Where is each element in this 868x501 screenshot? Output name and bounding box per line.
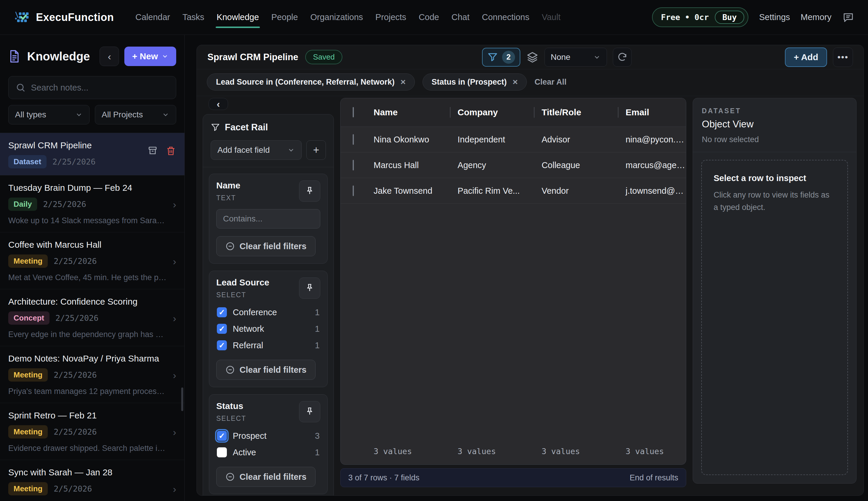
nav-item-organizations[interactable]: Organizations: [304, 0, 369, 34]
archive-icon[interactable]: [147, 145, 158, 156]
note-item-sync-with-sarah[interactable]: Sync with Sarah — Jan 28 Meeting 2/5/202…: [0, 460, 185, 501]
value-count: 3 values: [618, 447, 686, 456]
note-item-demo-notes-novapay[interactable]: Demo Notes: NovaPay / Priya Sharma Meeti…: [0, 346, 185, 403]
column-header-email[interactable]: Email: [618, 107, 686, 117]
document-icon: [8, 50, 21, 63]
pin-icon: [305, 283, 315, 293]
clear-field-filters-button[interactable]: Clear field filters: [216, 236, 316, 256]
chevron-right-icon: ›: [173, 484, 176, 494]
sidebar-collapse-button[interactable]: ‹: [100, 46, 119, 66]
nav-item-people[interactable]: People: [265, 0, 304, 34]
column-header-name[interactable]: Name: [366, 107, 450, 117]
nav-item-code[interactable]: Code: [413, 0, 445, 34]
nav-item-tasks[interactable]: Tasks: [176, 0, 210, 34]
sidebar-scrollbar[interactable]: [181, 387, 183, 411]
filter-chip-status[interactable]: Status in (Prospect) ×: [422, 73, 527, 90]
new-note-button[interactable]: + New: [124, 46, 176, 66]
dataset-title: Sprawl CRM Pipeline: [207, 52, 298, 63]
object-view-panel: DATASET Object View No row selected Sele…: [693, 98, 857, 483]
checkbox-checked-focused[interactable]: ✓: [217, 431, 227, 441]
facet-option-prospect[interactable]: ✓ Prospect 3: [216, 429, 320, 443]
minus-circle-icon: [226, 472, 235, 481]
note-date: 2/25/2026: [54, 257, 97, 266]
end-of-results-label: End of results: [630, 473, 678, 482]
note-type-badge: Meeting: [8, 425, 48, 438]
pin-facet-button[interactable]: [299, 277, 320, 299]
memory-link[interactable]: Memory: [801, 12, 832, 22]
add-row-button[interactable]: + Add: [785, 47, 827, 67]
checkbox-checked[interactable]: ✓: [217, 307, 227, 317]
feedback-chat-icon[interactable]: [842, 11, 855, 24]
checkbox-checked[interactable]: ✓: [217, 324, 227, 334]
add-facet-field-select[interactable]: Add facet field: [211, 140, 302, 160]
value-count: 3 values: [450, 447, 534, 456]
column-header-title-role[interactable]: Title/Role: [534, 107, 618, 117]
chevron-right-icon: ›: [173, 370, 176, 380]
settings-link[interactable]: Settings: [759, 12, 790, 22]
pin-facet-button[interactable]: [299, 180, 320, 202]
row-checkbox[interactable]: [353, 134, 354, 145]
facet-option-conference[interactable]: ✓ Conference 1: [216, 306, 320, 319]
checkbox-unchecked[interactable]: [217, 447, 227, 457]
remove-filter-icon[interactable]: ×: [513, 77, 518, 86]
table-status-bar: 3 of 7 rows · 7 fields End of results: [340, 468, 686, 487]
delete-trash-icon[interactable]: [166, 145, 176, 156]
credits-pill[interactable]: Free • 0cr Buy: [652, 7, 748, 27]
buy-button[interactable]: Buy: [715, 11, 745, 24]
table-header-row: Name Company Title/Role Email: [341, 98, 686, 127]
app-logo-icon: [13, 9, 30, 26]
note-item-tuesday-brain-dump[interactable]: Tuesday Brain Dump — Feb 24 Daily 2/25/2…: [0, 175, 185, 232]
row-count-status: 3 of 7 rows · 7 fields: [348, 473, 420, 482]
select-all-checkbox[interactable]: [353, 107, 354, 117]
facet-option-network[interactable]: ✓ Network 1: [216, 322, 320, 335]
filter-chip-lead-source[interactable]: Lead Source in (Conference, Referral, Ne…: [207, 73, 415, 90]
note-item-sprawl-crm-pipeline[interactable]: Sprawl CRM Pipeline Dataset 2/25/2026: [0, 133, 185, 175]
clear-all-filters-button[interactable]: Clear All: [535, 77, 567, 87]
value-count: 3 values: [366, 447, 450, 456]
note-item-sprint-retro[interactable]: Sprint Retro — Feb 21 Meeting 2/25/2026 …: [0, 403, 185, 460]
clear-field-filters-button[interactable]: Clear field filters: [216, 467, 316, 487]
column-header-company[interactable]: Company: [450, 107, 534, 117]
layers-icon[interactable]: [526, 51, 539, 63]
facet-rail-title: Facet Rail: [225, 122, 268, 133]
group-by-select[interactable]: None: [545, 48, 607, 67]
facet-card-lead-source: Lead Source SELECT: [209, 271, 328, 387]
project-filter-select[interactable]: All Projects: [95, 105, 176, 125]
nav-right-group: Free • 0cr Buy Settings Memory: [652, 7, 855, 27]
pin-facet-button[interactable]: [299, 401, 320, 422]
note-item-coffee-with-marcus[interactable]: Coffee with Marcus Hall Meeting 2/25/202…: [0, 232, 185, 289]
chevron-right-icon: ›: [173, 427, 176, 437]
filters-button[interactable]: 2: [482, 48, 520, 67]
table-row-jake-townsend[interactable]: Jake Townsend Pacific Rim Ve... Vendor j…: [341, 178, 686, 203]
nav-item-projects[interactable]: Projects: [369, 0, 413, 34]
remove-filter-icon[interactable]: ×: [400, 77, 406, 86]
collapse-facet-rail-button[interactable]: ‹: [209, 98, 228, 110]
type-filter-select[interactable]: All types: [8, 105, 90, 125]
object-view-subtitle: No row selected: [702, 135, 847, 144]
checkbox-checked[interactable]: ✓: [217, 340, 227, 350]
nav-item-calendar[interactable]: Calendar: [129, 0, 176, 34]
search-notes-input[interactable]: [31, 83, 169, 93]
object-view-title: Object View: [702, 119, 847, 130]
add-facet-button[interactable]: +: [306, 140, 326, 160]
clear-field-filters-button[interactable]: Clear field filters: [216, 360, 316, 380]
active-filters-row: Lead Source in (Conference, Referral, Ne…: [197, 69, 864, 96]
name-contains-input[interactable]: [216, 209, 320, 228]
note-type-badge: Meeting: [8, 255, 48, 268]
more-options-button[interactable]: •••: [833, 47, 853, 67]
table-row-nina-okonkwo[interactable]: Nina Okonkwo Independent Advisor nina@py…: [341, 127, 686, 152]
nav-item-chat[interactable]: Chat: [445, 0, 475, 34]
table-row-marcus-hall[interactable]: Marcus Hall Agency Colleague marcus@agen…: [341, 152, 686, 178]
option-count: 1: [315, 341, 320, 350]
row-checkbox[interactable]: [353, 185, 354, 196]
nav-item-knowledge[interactable]: Knowledge: [210, 0, 265, 34]
nav-item-connections[interactable]: Connections: [475, 0, 535, 34]
facet-option-active[interactable]: Active 1: [216, 446, 320, 459]
facet-option-referral[interactable]: ✓ Referral 1: [216, 339, 320, 352]
dataset-header: Sprawl CRM Pipeline Saved 2: [197, 45, 864, 69]
search-notes-box: [8, 76, 176, 99]
note-item-architecture-confidence[interactable]: Architecture: Confidence Scoring Concept…: [0, 289, 185, 346]
refresh-button[interactable]: [613, 48, 632, 67]
row-checkbox[interactable]: [353, 160, 354, 170]
nav-item-vault[interactable]: Vault: [536, 0, 567, 34]
